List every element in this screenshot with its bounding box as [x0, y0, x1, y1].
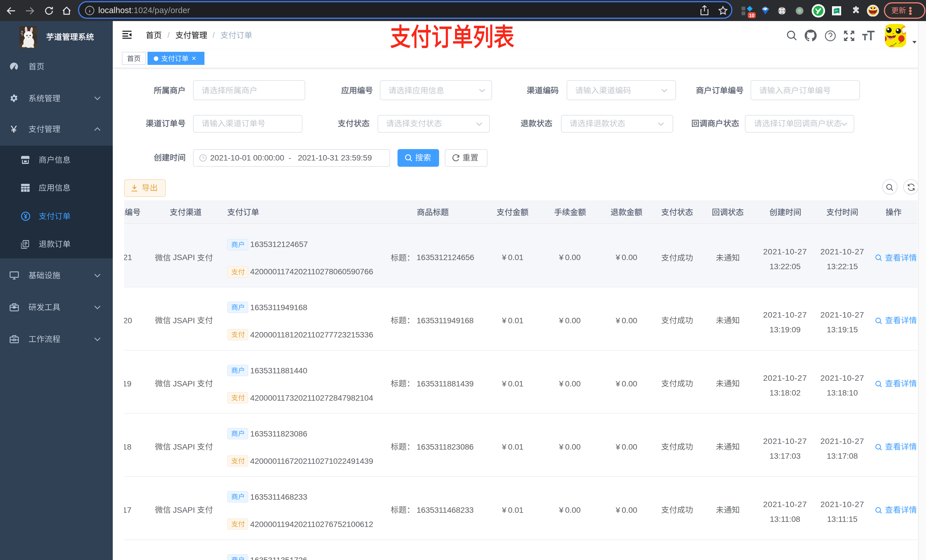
svg-text:10: 10 [749, 13, 755, 18]
